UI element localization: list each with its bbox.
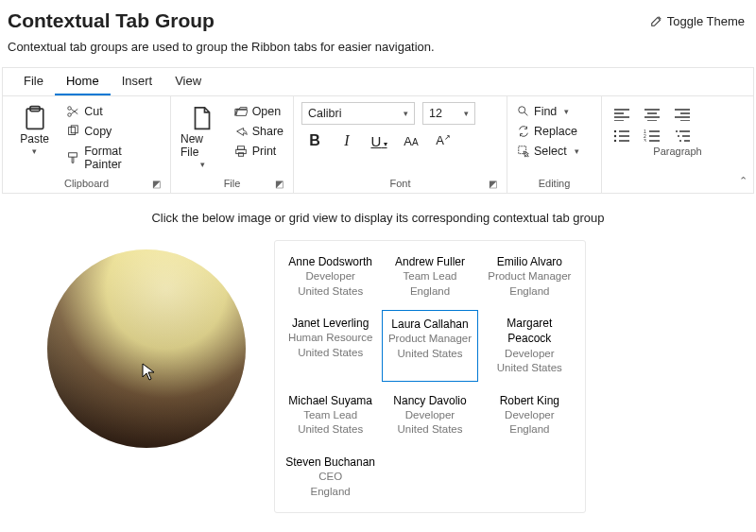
tab-home[interactable]: Home [55,68,111,95]
select-button[interactable]: Select ▾ [515,142,593,161]
employee-role: CEO [284,470,376,485]
employee-cell[interactable]: Nancy DavolioDeveloperUnited States [382,387,477,443]
employee-cell[interactable]: Janet LeverlingHuman ResourceUnited Stat… [283,310,378,381]
chevron-down-icon: ▾ [564,107,569,116]
paste-button[interactable]: Paste ▾ [10,102,59,158]
replace-label: Replace [534,125,577,138]
employee-role: Developer [484,408,576,423]
search-icon [517,105,530,118]
underline-button[interactable]: U ▾ [369,133,388,149]
paste-label: Paste [20,132,49,146]
employee-grid: Anne DodsworthDeveloperUnited StatesAndr… [274,240,586,513]
employee-role: Product Manager [385,332,474,347]
svg-point-10 [519,107,525,113]
svg-rect-4 [69,128,76,135]
folder-open-icon [234,105,248,118]
employee-name: Nancy Davolio [384,393,475,408]
open-label: Open [252,105,282,118]
employee-country: United States [384,422,475,438]
multilevel-list-button[interactable] [674,129,691,142]
font-name-value: Calibri [308,107,341,120]
svg-point-12 [614,130,616,132]
chevron-down-icon: ▾ [575,146,579,156]
employee-name: Laura Callahan [385,317,474,332]
font-size-combo[interactable]: 12 ▾ [422,102,475,125]
svg-point-2 [68,113,72,117]
tab-file[interactable]: File [12,68,55,95]
tab-view[interactable]: View [163,68,213,95]
employee-cell[interactable]: Laura CallahanProduct ManagerUnited Stat… [382,310,477,381]
employee-name: Emilio Alvaro [484,254,576,269]
share-button[interactable]: Share [232,122,285,141]
clipboard-group-label: Clipboard◩ [10,174,163,191]
print-label: Print [252,145,277,158]
employee-cell[interactable]: Steven BuchananCEOEngland [283,449,378,505]
employee-cell[interactable]: Michael SuyamaTeam LeadUnited States [283,387,378,443]
employee-country: England [384,284,475,300]
employee-cell[interactable]: Anne DodsworthDeveloperUnited States [283,249,378,304]
edit-icon [650,14,663,27]
align-left-button[interactable] [613,108,630,121]
toggle-theme-button[interactable]: Toggle Theme [650,14,745,28]
print-icon [234,145,248,158]
employee-name: Steven Buchanan [284,455,376,470]
employee-role: Team Lead [384,269,475,284]
paintbrush-icon [66,151,79,164]
ribbon-tabs: File Home Insert View [3,68,753,95]
svg-point-13 [614,135,616,137]
font-size-value: 12 [429,107,442,120]
find-button[interactable]: Find ▾ [515,102,593,121]
employee-role: Product Manager [484,269,576,284]
select-label: Select [534,145,567,158]
employee-cell[interactable]: Andrew FullerTeam LeadEngland [382,249,477,304]
copy-icon [66,125,79,138]
share-icon [234,125,248,138]
svg-rect-11 [519,146,526,154]
paragraph-group-label: Paragraph [610,142,746,159]
bold-button[interactable]: B [305,132,324,149]
clipboard-icon [21,104,49,132]
collapse-ribbon-button[interactable]: ⌃ [739,175,747,187]
copy-label: Copy [84,125,112,138]
print-button[interactable]: Print [232,142,285,161]
dialog-launcher-icon[interactable]: ◩ [489,179,497,189]
copy-button[interactable]: Copy [64,122,163,141]
format-painter-button[interactable]: Format Painter [64,142,163,174]
employee-country: England [484,284,576,300]
italic-button[interactable]: I [337,132,356,149]
page-title: Contextual Tab Group [8,9,215,32]
replace-button[interactable]: Replace [515,122,593,141]
page-description: Contextual tab groups are used to group … [0,36,756,67]
tab-insert[interactable]: Insert [111,68,164,95]
align-right-button[interactable] [674,108,691,121]
employee-name: Margaret Peacock [484,316,576,346]
employee-name: Michael Suyama [284,393,376,408]
employee-role: Developer [484,347,576,362]
employee-role: Human Resource [284,331,376,346]
employee-cell[interactable]: Robert KingDeveloperEngland [482,387,577,443]
dialog-launcher-icon[interactable]: ◩ [152,179,161,189]
new-file-button[interactable]: New File ▾ [179,102,227,171]
employee-country: United States [284,346,376,361]
svg-point-3 [68,107,72,111]
bullet-list-button[interactable] [613,129,630,142]
employee-country: England [484,422,576,438]
chevron-down-icon: ▾ [32,146,37,156]
grow-font-button[interactable]: AA [402,134,421,148]
employee-photo[interactable] [47,249,246,448]
scissors-icon [66,105,79,118]
font-name-combo[interactable]: Calibri ▾ [301,102,415,125]
open-button[interactable]: Open [232,102,285,121]
cut-button[interactable]: Cut [64,102,163,121]
number-list-button[interactable]: 123 [644,129,661,142]
share-label: Share [252,125,284,138]
editing-group-label: Editing [515,174,593,191]
dialog-launcher-icon[interactable]: ◩ [275,179,284,189]
format-painter-label: Format Painter [84,145,161,171]
shrink-font-button[interactable]: A↗ [434,133,453,147]
align-center-button[interactable] [644,108,661,121]
employee-cell[interactable]: Emilio AlvaroProduct ManagerEngland [482,249,577,304]
employee-cell[interactable]: Margaret PeacockDeveloperUnited States [482,310,577,381]
toggle-theme-label: Toggle Theme [667,14,745,28]
svg-rect-6 [69,153,77,157]
